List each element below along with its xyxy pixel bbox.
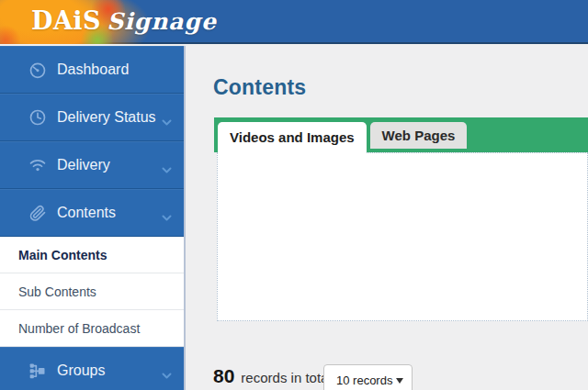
top-header-bar: DAiSSignage (0, 0, 588, 44)
brand-name: DAiS (31, 6, 101, 35)
sidebar-item-number-of-broadcast[interactable]: Number of Broadcast (0, 310, 184, 347)
sitemap-icon (28, 361, 48, 381)
main-content: Contents Videos and Images Web Pages 80r… (184, 46, 588, 390)
dropdown-arrow-icon (396, 378, 403, 384)
gauge-icon (28, 60, 48, 80)
contents-submenu: Main Contents Sub Contents Number of Bro… (0, 237, 184, 347)
clock-icon (28, 107, 48, 128)
wifi-icon (28, 155, 48, 175)
app-window: DAiSSignage Dashboard Delivery Status (0, 0, 588, 390)
paperclip-icon (28, 203, 48, 223)
sidebar-item-label: Delivery (57, 157, 110, 173)
records-count: 80 (213, 365, 234, 386)
chevron-down-icon (162, 114, 172, 121)
sidebar-item-main-contents[interactable]: Main Contents (0, 237, 184, 273)
sidebar-item-delivery[interactable]: Delivery (0, 141, 184, 189)
records-per-page-select[interactable]: 10 records (323, 364, 413, 390)
sidebar-item-label: Dashboard (57, 61, 129, 78)
brand-logo[interactable]: DAiSSignage (31, 6, 217, 35)
sidebar-item-delivery-status[interactable]: Delivery Status (0, 94, 184, 141)
tab-videos-and-images[interactable]: Videos and Images (218, 122, 367, 153)
records-per-page-value: 10 records (336, 373, 392, 387)
chevron-down-icon (162, 367, 172, 374)
sidebar-item-label: Groups (57, 362, 105, 379)
content-tabbar: Videos and Images Web Pages (214, 117, 588, 152)
sidebar-item-label: Contents (57, 205, 116, 221)
page-title: Contents (213, 75, 306, 100)
chevron-down-icon (162, 162, 172, 169)
sidebar-item-label: Delivery Status (57, 109, 156, 126)
sidebar-item-dashboard[interactable]: Dashboard (0, 46, 184, 94)
brand-tagline: Signage (107, 8, 217, 35)
tab-web-pages[interactable]: Web Pages (370, 122, 468, 149)
sidebar-item-sub-contents[interactable]: Sub Contents (0, 273, 184, 310)
sidebar-item-groups[interactable]: Groups (0, 347, 184, 390)
records-summary: 80records in total (213, 365, 332, 387)
contents-panel (217, 152, 588, 321)
sidebar-nav: Dashboard Delivery Status (0, 46, 184, 390)
sidebar-item-contents[interactable]: Contents (0, 189, 184, 237)
records-count-label: records in total (241, 370, 331, 385)
chevron-down-icon (162, 209, 172, 217)
